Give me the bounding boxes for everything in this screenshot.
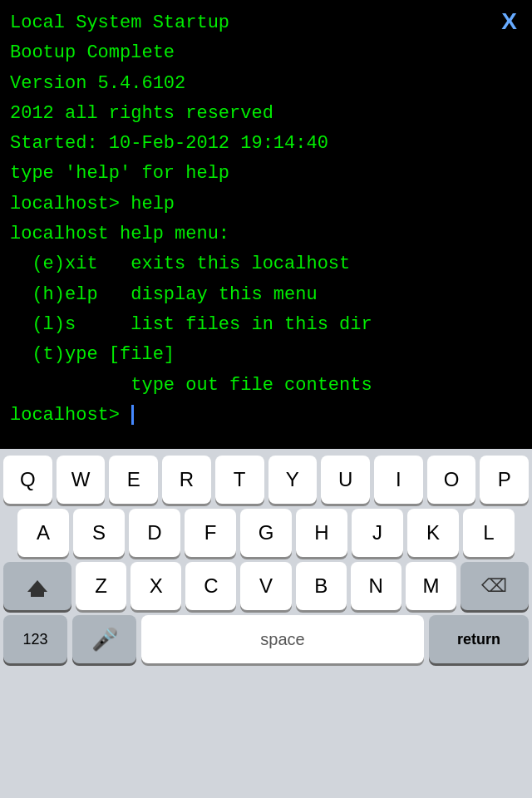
backspace-icon: ⌫ (481, 575, 507, 597)
keyboard-bottom-row: 123 🎤 space return (3, 615, 529, 668)
letter-key-m[interactable]: M (406, 562, 456, 610)
terminal-line: Bootup Complete (10, 38, 522, 68)
letter-key-j[interactable]: J (352, 509, 403, 557)
letter-key-i[interactable]: I (374, 456, 423, 504)
terminal-line: localhost> help (10, 190, 522, 219)
terminal-line: 2012 all rights reserved (10, 99, 522, 129)
space-key[interactable]: space (141, 615, 424, 663)
letter-key-h[interactable]: H (296, 509, 347, 557)
terminal-line: (h)elp display this menu (10, 280, 522, 310)
terminal-line: Local System Startup (10, 8, 522, 38)
shift-key[interactable] (3, 562, 71, 610)
backspace-key[interactable]: ⌫ (461, 562, 529, 610)
terminal-screen: X Local System StartupBootup CompleteVer… (0, 0, 532, 449)
keyboard: QWERTYUIOP ASDFGHJKL ZXCVBNM⌫ 123 🎤 spac… (0, 449, 532, 798)
letter-key-y[interactable]: Y (268, 456, 318, 504)
letter-key-b[interactable]: B (296, 562, 347, 610)
mic-icon: 🎤 (91, 627, 118, 653)
letter-key-v[interactable]: V (240, 562, 291, 610)
terminal-line: Version 5.4.6102 (10, 69, 522, 99)
letter-key-r[interactable]: R (162, 456, 211, 504)
letter-key-s[interactable]: S (73, 509, 125, 557)
letter-key-e[interactable]: E (109, 456, 158, 504)
terminal-line: type out file contents (10, 371, 522, 401)
letter-key-k[interactable]: K (407, 509, 459, 557)
return-key[interactable]: return (429, 615, 529, 663)
terminal-line: localhost> (10, 401, 522, 431)
letter-key-z[interactable]: Z (76, 562, 126, 610)
keyboard-row-2: ASDFGHJKL (3, 509, 529, 557)
keyboard-row-1: QWERTYUIOP (3, 456, 529, 504)
terminal-line: Started: 10-Feb-2012 19:14:40 (10, 129, 522, 159)
terminal-line: (e)xit exits this localhost (10, 249, 522, 279)
letter-key-q[interactable]: Q (3, 456, 52, 504)
letter-key-x[interactable]: X (131, 562, 181, 610)
terminal-output: Local System StartupBootup CompleteVersi… (10, 8, 522, 431)
letter-key-u[interactable]: U (321, 456, 370, 504)
cursor (131, 405, 134, 425)
letter-key-w[interactable]: W (57, 456, 106, 504)
letter-key-p[interactable]: P (480, 456, 529, 504)
terminal-line: (l)s list files in this dir (10, 310, 522, 340)
numbers-key[interactable]: 123 (3, 615, 67, 663)
letter-key-d[interactable]: D (129, 509, 180, 557)
letter-key-n[interactable]: N (351, 562, 401, 610)
terminal-line: type 'help' for help (10, 159, 522, 189)
letter-key-o[interactable]: O (427, 456, 476, 504)
letter-key-t[interactable]: T (215, 456, 264, 504)
terminal-line: localhost help menu: (10, 219, 522, 249)
terminal-line: (t)ype [file] (10, 340, 522, 370)
letter-key-l[interactable]: L (463, 509, 515, 557)
keyboard-row-3: ZXCVBNM⌫ (3, 562, 529, 610)
mic-key[interactable]: 🎤 (72, 615, 136, 663)
letter-key-g[interactable]: G (240, 509, 292, 557)
close-button[interactable]: X (501, 8, 517, 35)
letter-key-f[interactable]: F (185, 509, 236, 557)
letter-key-a[interactable]: A (17, 509, 69, 557)
shift-icon (27, 580, 47, 592)
letter-key-c[interactable]: C (185, 562, 236, 610)
